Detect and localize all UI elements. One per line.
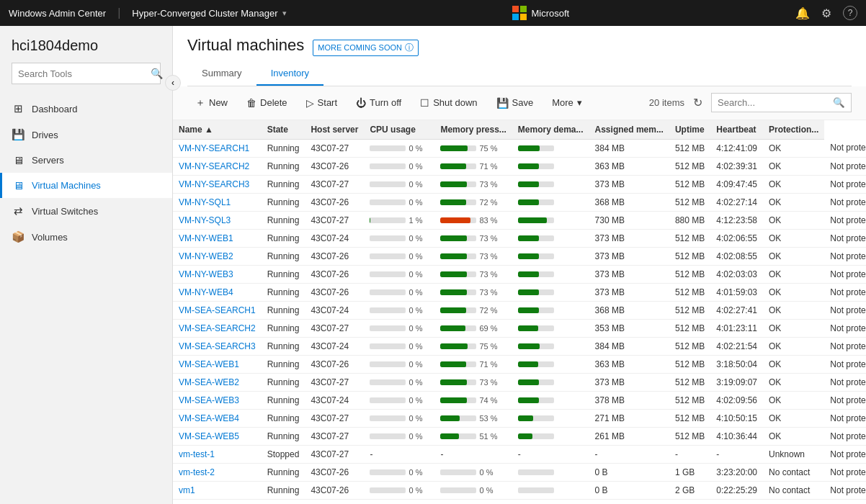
- search-button[interactable]: 🔍: [827, 94, 851, 112]
- vm-cpu: 0 %: [364, 319, 434, 337]
- servers-icon: 🖥: [12, 154, 24, 166]
- vm-heartbeat: OK: [763, 193, 824, 211]
- col-assigned-mem[interactable]: Assigned mem...: [589, 120, 669, 140]
- vm-link[interactable]: VM-SEA-WEB4: [179, 413, 239, 423]
- table-header-row: Name ▲ State Host server CPU usage Memor…: [173, 120, 866, 140]
- vm-link[interactable]: vm-test-1: [179, 449, 215, 459]
- sidebar-item-virtual-switches[interactable]: ⇄ Virtual Switches: [0, 198, 172, 224]
- start-icon: ▷: [306, 97, 314, 109]
- save-icon: 💾: [496, 97, 509, 109]
- vm-link[interactable]: VM-SEA-SEARCH3: [179, 341, 256, 351]
- col-heartbeat[interactable]: Heartbeat: [710, 120, 763, 140]
- vm-assigned-mem: 512 MB: [669, 355, 710, 373]
- vm-assigned-mem: 512 MB: [669, 175, 710, 193]
- bell-icon[interactable]: 🔔: [795, 6, 810, 20]
- delete-button[interactable]: 🗑 Delete: [238, 93, 295, 113]
- vm-mem-demand: [512, 175, 589, 193]
- vm-memory-dem: 373 MB: [589, 229, 669, 247]
- gear-icon[interactable]: ⚙: [821, 6, 831, 20]
- vm-link[interactable]: VM-NY-WEB3: [179, 269, 233, 279]
- table-row: VM-NY-SQL3Running43C07-27 1 % 83 % 730 M…: [173, 211, 866, 229]
- app-title[interactable]: Hyper-Converged Cluster Manager ▾: [132, 8, 286, 19]
- vm-mem-pressure: 53 %: [434, 409, 512, 427]
- sidebar-item-virtual-machines[interactable]: 🖥 Virtual Machines: [0, 173, 172, 198]
- col-mem-dem[interactable]: Memory dema...: [512, 120, 589, 140]
- vm-assigned-mem: 512 MB: [669, 319, 710, 337]
- vm-link[interactable]: VM-SEA-WEB5: [179, 431, 239, 441]
- new-button[interactable]: ＋ New: [187, 92, 236, 114]
- sidebar-item-label: Dashboard: [32, 104, 78, 114]
- search-input[interactable]: [712, 94, 827, 112]
- vm-heartbeat: No contact: [763, 463, 824, 481]
- info-icon: ⓘ: [405, 42, 414, 54]
- vm-link[interactable]: vm-test-2: [179, 467, 215, 477]
- more-button[interactable]: More ▾: [544, 93, 590, 112]
- vm-state: Running: [262, 409, 305, 427]
- refresh-button[interactable]: ↻: [690, 93, 705, 112]
- vm-memory-dem: 353 MB: [589, 319, 669, 337]
- sidebar-item-servers[interactable]: 🖥 Servers: [0, 148, 172, 173]
- table-row: VM-NY-WEB4Running43C07-26 0 % 73 % 373 M…: [173, 283, 866, 301]
- shutdown-button[interactable]: ☐ Shut down: [412, 93, 485, 113]
- vm-mem-pressure: 75 %: [434, 139, 512, 157]
- turnoff-button[interactable]: ⏻ Turn off: [348, 93, 409, 113]
- vm-link[interactable]: VM-NY-SQL3: [179, 215, 231, 225]
- vm-cpu: 0 %: [364, 481, 434, 499]
- vm-cpu: 0 %: [364, 409, 434, 427]
- vm-protection: Not protected: [824, 139, 866, 157]
- col-mem-press[interactable]: Memory press...: [434, 120, 512, 140]
- vm-heartbeat: OK: [763, 139, 824, 157]
- search-tools-input[interactable]: [12, 64, 145, 84]
- vm-cpu: 0 %: [364, 139, 434, 157]
- vm-uptime: 4:02:21:54: [710, 337, 763, 355]
- col-uptime[interactable]: Uptime: [669, 120, 710, 140]
- app-body: hci1804demo 🔍 ‹ ⊞ Dashboard 💾 Drives 🖥 S…: [0, 26, 866, 504]
- vm-mem-demand: [512, 427, 589, 445]
- vm-assigned-mem: 512 MB: [669, 337, 710, 355]
- tab-inventory[interactable]: Inventory: [256, 62, 323, 86]
- col-host[interactable]: Host server: [305, 120, 364, 140]
- vm-link[interactable]: VM-NY-SQL1: [179, 197, 231, 207]
- vm-link[interactable]: VM-NY-WEB1: [179, 233, 233, 243]
- col-protection[interactable]: Protection...: [763, 120, 824, 140]
- collapse-sidebar-button[interactable]: ‹: [165, 75, 181, 91]
- vm-protection: Not protected: [824, 211, 866, 229]
- vm-cpu: 0 %: [364, 463, 434, 481]
- vm-link[interactable]: VM-SEA-WEB2: [179, 377, 239, 387]
- vm-link[interactable]: VM-NY-WEB2: [179, 251, 233, 261]
- help-icon[interactable]: ?: [843, 6, 857, 20]
- vm-link[interactable]: VM-NY-SEARCH3: [179, 179, 249, 189]
- vm-link[interactable]: VM-SEA-WEB1: [179, 359, 239, 369]
- vm-cpu: 0 %: [364, 427, 434, 445]
- vm-link[interactable]: VM-SEA-SEARCH1: [179, 305, 256, 315]
- vm-link[interactable]: VM-NY-WEB4: [179, 287, 233, 297]
- vm-link[interactable]: VM-SEA-SEARCH2: [179, 323, 256, 333]
- vm-mem-demand: -: [512, 445, 589, 463]
- vm-state: Running: [262, 373, 305, 391]
- save-button[interactable]: 💾 Save: [488, 93, 542, 113]
- vm-uptime: 4:01:23:11: [710, 319, 763, 337]
- vm-link[interactable]: VM-NY-SEARCH1: [179, 143, 249, 153]
- sidebar-item-drives[interactable]: 💾 Drives: [0, 122, 172, 148]
- vm-uptime: 3:18:50:04: [710, 355, 763, 373]
- vm-link[interactable]: VM-NY-SEARCH2: [179, 161, 249, 171]
- vm-host: 43C07-24: [305, 301, 364, 319]
- col-state[interactable]: State: [262, 120, 305, 140]
- vm-protection: Not protected: [824, 193, 866, 211]
- start-button[interactable]: ▷ Start: [298, 93, 345, 113]
- vm-assigned-mem: 512 MB: [669, 265, 710, 283]
- sidebar-item-volumes[interactable]: 📦 Volumes: [0, 224, 172, 250]
- vm-link[interactable]: VM-SEA-WEB3: [179, 395, 239, 405]
- col-cpu[interactable]: CPU usage: [364, 120, 434, 140]
- table-row: VM-SEA-SEARCH2Running43C07-27 0 % 69 % 3…: [173, 319, 866, 337]
- sidebar-item-dashboard[interactable]: ⊞ Dashboard: [0, 96, 172, 122]
- vm-link[interactable]: vm1: [179, 485, 195, 495]
- vm-assigned-mem: 512 MB: [669, 391, 710, 409]
- topbar-center: Microsoft: [298, 6, 784, 20]
- tab-summary[interactable]: Summary: [187, 62, 256, 86]
- col-name[interactable]: Name ▲: [173, 120, 262, 140]
- vm-memory-dem: 373 MB: [589, 265, 669, 283]
- vm-host: 43C07-26: [305, 283, 364, 301]
- vm-mem-pressure: 71 %: [434, 355, 512, 373]
- vm-memory-dem: 363 MB: [589, 355, 669, 373]
